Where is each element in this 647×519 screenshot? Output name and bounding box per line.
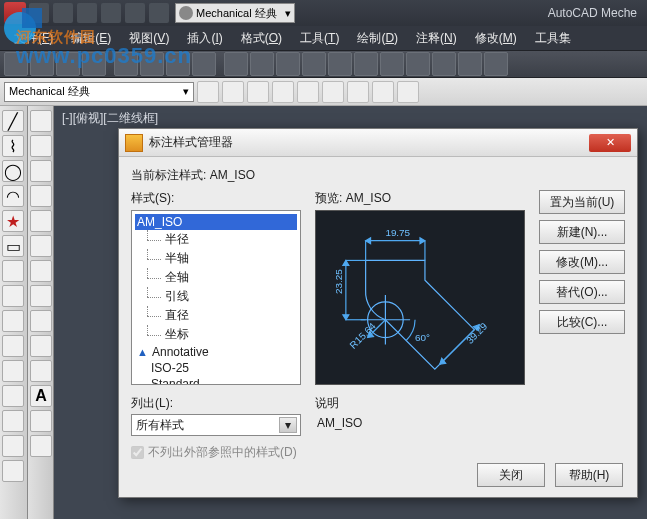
tool-circle-icon[interactable]: ◯: [2, 160, 24, 182]
left-toolbar-a: ╱ ⌇ ◯ ◠ ★ ▭: [0, 106, 28, 519]
toolb-11[interactable]: [30, 360, 52, 382]
tb-btn-11[interactable]: [276, 52, 300, 76]
tool-e[interactable]: [2, 360, 24, 382]
tb2-btn-4[interactable]: [272, 81, 294, 103]
menu-format[interactable]: 格式(O): [233, 28, 290, 49]
style-item-halfaxis[interactable]: 半轴: [135, 249, 297, 268]
help-button[interactable]: 帮助(H): [555, 463, 623, 487]
tb2-btn-2[interactable]: [222, 81, 244, 103]
tb-btn-18[interactable]: [458, 52, 482, 76]
toolb-6[interactable]: [30, 235, 52, 257]
tool-d[interactable]: [2, 335, 24, 357]
title-bar: Mechanical 经典 ▾ AutoCAD Meche: [0, 0, 647, 26]
tool-i[interactable]: [2, 460, 24, 482]
styles-listbox[interactable]: AM_ISO 半径 半轴 全轴 引线 直径 坐标 ▲Annotative ISO…: [131, 210, 301, 385]
tb2-btn-5[interactable]: [297, 81, 319, 103]
list-label: 列出(L):: [131, 395, 301, 412]
toolb-13[interactable]: [30, 410, 52, 432]
tool-h[interactable]: [2, 435, 24, 457]
qat-redo-icon[interactable]: [125, 3, 145, 23]
preview-pane: 19.75 23.25 R15.64 60° 39.29: [315, 210, 525, 385]
tb-btn-12[interactable]: [302, 52, 326, 76]
toolb-10[interactable]: [30, 335, 52, 357]
tb-btn-14[interactable]: [354, 52, 378, 76]
tb2-btn-9[interactable]: [397, 81, 419, 103]
set-current-button[interactable]: 置为当前(U): [539, 190, 625, 214]
menu-tools[interactable]: 工具(T): [292, 28, 347, 49]
viewport-label[interactable]: [-][俯视][二维线框]: [62, 110, 158, 127]
menu-annotate[interactable]: 注释(N): [408, 28, 465, 49]
menu-draw[interactable]: 绘制(D): [349, 28, 406, 49]
tool-rect-icon[interactable]: ▭: [2, 235, 24, 257]
override-button[interactable]: 替代(O)...: [539, 280, 625, 304]
tb-btn-16[interactable]: [406, 52, 430, 76]
layer-dropdown[interactable]: Mechanical 经典 ▾: [4, 82, 194, 102]
svg-rect-1: [22, 8, 42, 28]
tool-f[interactable]: [2, 385, 24, 407]
toolb-7[interactable]: [30, 260, 52, 282]
style-item-standard[interactable]: Standard: [135, 376, 297, 385]
style-item-am-iso[interactable]: AM_ISO: [135, 214, 297, 230]
dialog-footer: 关闭 帮助(H): [477, 463, 623, 487]
toolb-14[interactable]: [30, 435, 52, 457]
tb2-btn-7[interactable]: [347, 81, 369, 103]
menu-toolset[interactable]: 工具集: [527, 28, 579, 49]
qat-save-icon[interactable]: [77, 3, 97, 23]
qat-print-icon[interactable]: [149, 3, 169, 23]
toolb-9[interactable]: [30, 310, 52, 332]
tool-arc-icon[interactable]: ◠: [2, 185, 24, 207]
toolb-5[interactable]: [30, 210, 52, 232]
tb2-btn-6[interactable]: [322, 81, 344, 103]
watermark-text: 河东软件园 www.pc0359.cn: [16, 28, 192, 69]
menu-modify[interactable]: 修改(M): [467, 28, 525, 49]
tool-star-icon[interactable]: ★: [2, 210, 24, 232]
toolb-4[interactable]: [30, 185, 52, 207]
tb-btn-10[interactable]: [250, 52, 274, 76]
tool-pline-icon[interactable]: ⌇: [2, 135, 24, 157]
style-item-radius[interactable]: 半径: [135, 230, 297, 249]
tb2-btn-3[interactable]: [247, 81, 269, 103]
style-item-iso25[interactable]: ISO-25: [135, 360, 297, 376]
tb-btn-9[interactable]: [224, 52, 248, 76]
close-button[interactable]: 关闭: [477, 463, 545, 487]
new-button[interactable]: 新建(N)...: [539, 220, 625, 244]
qat-undo-icon[interactable]: [101, 3, 121, 23]
tb-btn-15[interactable]: [380, 52, 404, 76]
toolb-3[interactable]: [30, 160, 52, 182]
toolb-1[interactable]: [30, 110, 52, 132]
tb-btn-13[interactable]: [328, 52, 352, 76]
style-item-annotative[interactable]: ▲Annotative: [135, 344, 297, 360]
preview-label: 预览: AM_ISO: [315, 190, 525, 207]
tool-line-icon[interactable]: ╱: [2, 110, 24, 132]
xref-checkbox-label: 不列出外部参照中的样式(D): [148, 444, 297, 461]
tb-btn-17[interactable]: [432, 52, 456, 76]
workspace-dropdown[interactable]: Mechanical 经典 ▾: [175, 3, 295, 23]
tb2-btn-1[interactable]: [197, 81, 219, 103]
dialog-close-button[interactable]: ✕: [589, 134, 631, 152]
toolb-text-icon[interactable]: A: [30, 385, 52, 407]
style-item-fullaxis[interactable]: 全轴: [135, 268, 297, 287]
tool-g[interactable]: [2, 410, 24, 432]
xref-checkbox-row: 不列出外部参照中的样式(D): [131, 444, 301, 461]
dim-top: 19.75: [385, 227, 410, 238]
toolb-8[interactable]: [30, 285, 52, 307]
tool-a[interactable]: [2, 260, 24, 282]
list-filter-dropdown[interactable]: 所有样式: [131, 414, 301, 436]
dialog-titlebar[interactable]: 标注样式管理器 ✕: [119, 129, 637, 157]
tool-c[interactable]: [2, 310, 24, 332]
modify-button[interactable]: 修改(M)...: [539, 250, 625, 274]
dimension-style-manager-dialog: 标注样式管理器 ✕ 当前标注样式: AM_ISO 样式(S): AM_ISO 半…: [118, 128, 638, 498]
qat-open-icon[interactable]: [53, 3, 73, 23]
tool-b[interactable]: [2, 285, 24, 307]
tb2-btn-8[interactable]: [372, 81, 394, 103]
style-item-diameter[interactable]: 直径: [135, 306, 297, 325]
style-item-ordinate[interactable]: 坐标: [135, 325, 297, 344]
app-title: AutoCAD Meche: [548, 6, 643, 20]
current-style-label: 当前标注样式:: [131, 168, 206, 182]
dialog-title-icon: [125, 134, 143, 152]
tb-btn-19[interactable]: [484, 52, 508, 76]
tb-btn-8[interactable]: [192, 52, 216, 76]
compare-button[interactable]: 比较(C)...: [539, 310, 625, 334]
style-item-leader[interactable]: 引线: [135, 287, 297, 306]
toolb-2[interactable]: [30, 135, 52, 157]
